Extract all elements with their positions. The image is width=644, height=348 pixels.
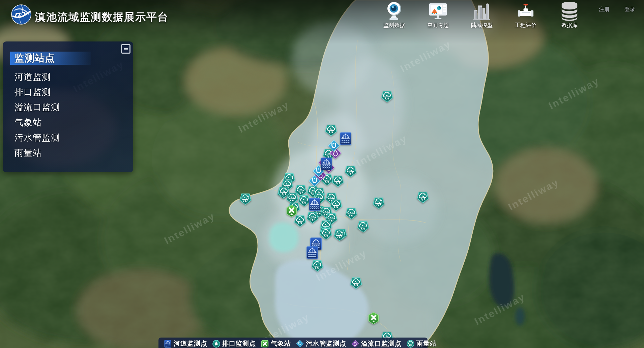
minus-icon bbox=[124, 48, 128, 50]
river-station-marker[interactable] bbox=[306, 246, 318, 259]
rain-station-marker[interactable] bbox=[344, 165, 357, 177]
legend-item-outfall: 排口监测点 bbox=[212, 339, 256, 348]
sewage-station-marker[interactable] bbox=[309, 175, 321, 187]
river-station-marker[interactable] bbox=[321, 157, 332, 171]
rain-station-marker[interactable] bbox=[311, 259, 324, 272]
sidebar-item-weather-station[interactable]: 气象站 bbox=[14, 115, 133, 130]
overflow-marker-icon bbox=[351, 340, 359, 348]
panel-title-monitoring-stations[interactable]: 监测站点 bbox=[10, 52, 91, 65]
nav-label: 数据库 bbox=[561, 22, 578, 29]
rain-station-marker[interactable] bbox=[372, 196, 385, 209]
sewage-station-marker[interactable] bbox=[328, 140, 340, 152]
legend-item-overflow: 溢流口监测点 bbox=[351, 339, 402, 348]
sewage-marker-icon bbox=[296, 340, 304, 348]
nav-item-land-model[interactable]: 陆域模型 bbox=[467, 1, 496, 29]
nav-label: 空间专题 bbox=[427, 22, 449, 29]
sidebar-item-overflow-monitoring[interactable]: 溢流口监测 bbox=[14, 100, 133, 115]
panel-minimize-button[interactable] bbox=[121, 44, 130, 54]
rain-station-marker[interactable] bbox=[277, 185, 291, 198]
rain-station-marker[interactable] bbox=[325, 123, 338, 136]
legend-item-river: 河道监测点 bbox=[164, 339, 207, 348]
app-root: IntelliwayIntelliwayIntelliwayIntelliway… bbox=[0, 0, 644, 348]
rain-station-marker[interactable] bbox=[381, 90, 394, 103]
top-nav: 监测数据 bbox=[380, 1, 635, 29]
rain-station-marker[interactable] bbox=[306, 211, 319, 224]
outfall-marker-icon bbox=[212, 340, 220, 348]
river-station-marker[interactable] bbox=[309, 198, 321, 211]
login-link[interactable]: 登录 bbox=[624, 6, 635, 13]
legend-item-weather: 气象站 bbox=[261, 339, 291, 348]
platform-logo bbox=[10, 3, 32, 26]
nav-label: 陆域模型 bbox=[471, 22, 493, 29]
weather-station-marker[interactable] bbox=[286, 205, 297, 218]
rain-marker-icon bbox=[407, 340, 414, 348]
map-legend: 河道监测点 排口监测点 气象站 污水管监测点 溢流口监测点 雨量站 bbox=[158, 338, 428, 348]
sidebar-item-river-monitoring[interactable]: 河道监测 bbox=[14, 69, 133, 85]
rain-station-marker[interactable] bbox=[357, 220, 370, 233]
header-bar: 滇池流域监测数据展示平台 监测数据 bbox=[0, 0, 644, 32]
rain-station-marker[interactable] bbox=[333, 228, 346, 241]
webcam-icon bbox=[385, 1, 403, 21]
legend-item-sewage: 污水管监测点 bbox=[296, 339, 346, 348]
database-icon bbox=[560, 1, 579, 21]
nav-label: 监测数据 bbox=[383, 22, 405, 29]
register-link[interactable]: 注册 bbox=[599, 6, 610, 13]
nav-label: 工程评价 bbox=[515, 22, 536, 29]
nav-item-project-evaluation[interactable]: 工程评价 bbox=[511, 1, 540, 29]
sidebar-item-sewage-monitoring[interactable]: 污水管监测 bbox=[14, 130, 133, 145]
monitoring-stations-panel: 监测站点 河道监测 排口监测 溢流口监测 气象站 污水管监测 雨量站 bbox=[3, 41, 133, 172]
weather-station-marker[interactable] bbox=[368, 312, 379, 325]
river-station-marker[interactable] bbox=[340, 132, 352, 145]
rain-station-marker[interactable] bbox=[239, 192, 252, 205]
nav-item-database[interactable]: 数据库 bbox=[555, 1, 584, 29]
rain-station-marker[interactable] bbox=[331, 174, 345, 187]
sidebar-item-rain-station[interactable]: 雨量站 bbox=[14, 145, 133, 161]
nav-item-monitoring-data[interactable]: 监测数据 bbox=[380, 1, 409, 29]
rain-station-marker[interactable] bbox=[350, 276, 363, 289]
legend-item-rain: 雨量站 bbox=[407, 339, 437, 348]
monitor-chart-icon bbox=[429, 1, 447, 21]
nav-item-spatial-topics[interactable]: 空间专题 bbox=[423, 1, 452, 29]
page-title: 滇池流域监测数据展示平台 bbox=[35, 10, 169, 24]
weather-marker-icon bbox=[261, 340, 269, 348]
city-buildings-icon bbox=[473, 1, 491, 21]
river-marker-icon bbox=[164, 340, 172, 348]
rain-station-marker[interactable] bbox=[416, 191, 430, 203]
pipe-valve-icon bbox=[517, 1, 534, 21]
rain-station-marker[interactable] bbox=[345, 207, 358, 220]
panel-menu: 河道监测 排口监测 溢流口监测 气象站 污水管监测 雨量站 bbox=[3, 69, 133, 161]
sidebar-item-outfall-monitoring[interactable]: 排口监测 bbox=[14, 85, 133, 100]
